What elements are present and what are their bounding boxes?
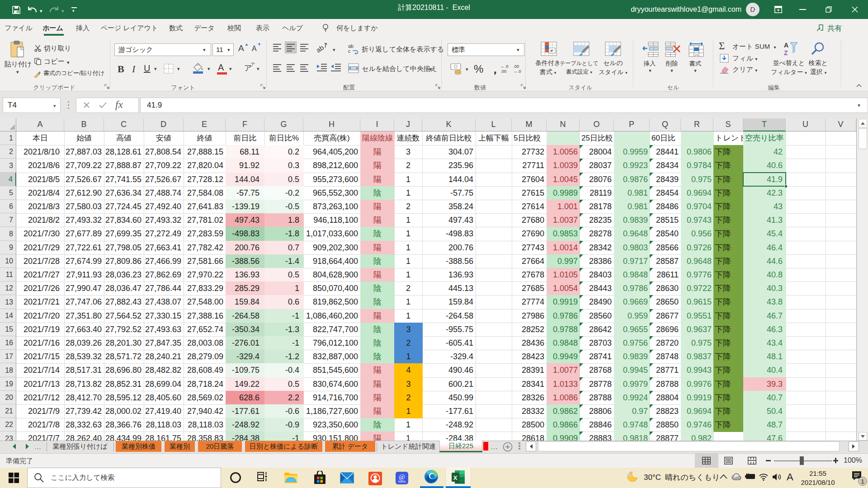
svg-text:.00: .00 xyxy=(513,64,519,69)
svg-text:menu: menu xyxy=(398,480,406,483)
svg-text:@: @ xyxy=(399,473,405,480)
svg-text:X: X xyxy=(453,474,458,481)
svg-text:.00: .00 xyxy=(500,69,506,74)
svg-text:←.0: ←.0 xyxy=(500,64,508,69)
svg-text:c: c xyxy=(348,48,351,54)
svg-text:Z: Z xyxy=(784,49,788,56)
svg-text:≠: ≠ xyxy=(550,48,553,53)
svg-text:A: A xyxy=(784,42,788,49)
svg-text:→.0: →.0 xyxy=(513,69,521,74)
